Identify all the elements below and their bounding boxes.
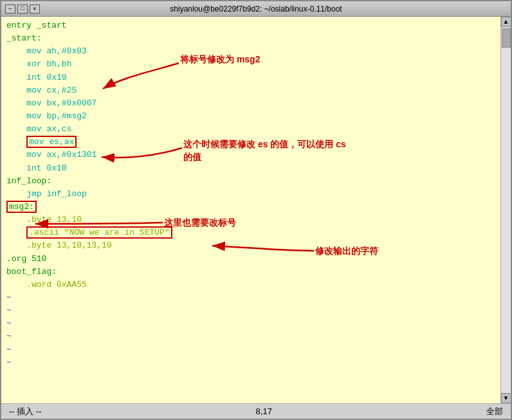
code-line: mov bx,#0x0007	[6, 97, 495, 110]
code-line: mov cx,#25	[6, 84, 495, 97]
insert-mode-indicator: -- 插入 --	[9, 406, 42, 417]
code-line-tilde: ~	[6, 343, 495, 356]
minimize-button[interactable]: —	[5, 5, 15, 14]
terminal-window: — □ ✕ shiyanlou@be0229f7b9d2: ~/oslab/li…	[0, 0, 512, 420]
scrollbar-track[interactable]	[501, 27, 511, 393]
code-line: mov bp,#msg2	[6, 110, 495, 123]
scrollbar[interactable]: ▲ ▼	[500, 17, 511, 403]
close-button[interactable]: ✕	[30, 5, 40, 14]
code-line: int 0x10	[6, 162, 495, 175]
code-editor[interactable]: entry _start _start: mov ah,#0x03 xor bh…	[1, 17, 500, 403]
code-line: _start:	[6, 32, 495, 45]
code-line: entry _start	[6, 19, 495, 32]
code-line-tilde: ~	[6, 330, 495, 343]
file-position: 全部	[486, 406, 503, 417]
code-line: jmp inf_loop	[6, 188, 495, 201]
highlight-msg2-label: msg2:	[6, 201, 37, 213]
code-line: int 0x10	[6, 71, 495, 84]
scroll-up-button[interactable]: ▲	[501, 17, 511, 27]
titlebar: — □ ✕ shiyanlou@be0229f7b9d2: ~/oslab/li…	[1, 1, 511, 17]
statusbar: -- 插入 -- 8,17 全部	[1, 403, 511, 419]
annotation-ascii: 修改输出的字符	[315, 244, 378, 259]
maximize-button[interactable]: □	[17, 5, 28, 14]
scrollbar-thumb[interactable]	[502, 28, 511, 48]
code-line: .word 0xAA55	[6, 278, 495, 291]
code-line: mov ax,cs	[6, 123, 495, 136]
code-line: .byte 13,10	[6, 214, 495, 226]
highlight-ascii: .ascii "NOW we are in SETUP"	[26, 226, 172, 239]
code-line: inf_loop:	[6, 175, 495, 188]
code-line: .org 510	[6, 253, 495, 266]
annotation-es: 这个时候需要修改 es 的值，可以使用 cs的值	[183, 138, 346, 163]
code-line-tilde: ~	[6, 304, 495, 317]
code-wrapper: entry _start _start: mov ah,#0x03 xor bh…	[6, 19, 495, 369]
annotation-msg2: 将标号修改为 msg2	[180, 53, 260, 67]
code-line-tilde: ~	[6, 291, 495, 304]
code-line: msg2:	[6, 201, 495, 214]
code-line: boot_flag:	[6, 266, 495, 278]
code-line: .byte 13,10,13,10	[6, 239, 495, 252]
window-title: shiyanlou@be0229f7b9d2: ~/oslab/linux-0.…	[44, 5, 468, 14]
main-area: entry _start _start: mov ah,#0x03 xor bh…	[1, 17, 511, 403]
scroll-down-button[interactable]: ▼	[501, 393, 511, 403]
annotation-label: 这里也需要改标号	[164, 216, 236, 230]
code-line-tilde: ~	[6, 317, 495, 330]
cursor-position: 8,17	[256, 406, 272, 416]
code-line-tilde: ~	[6, 356, 495, 369]
code-line: .ascii "NOW we are in SETUP"	[6, 226, 495, 239]
highlight-mov-es: mov es,ax	[26, 136, 77, 148]
